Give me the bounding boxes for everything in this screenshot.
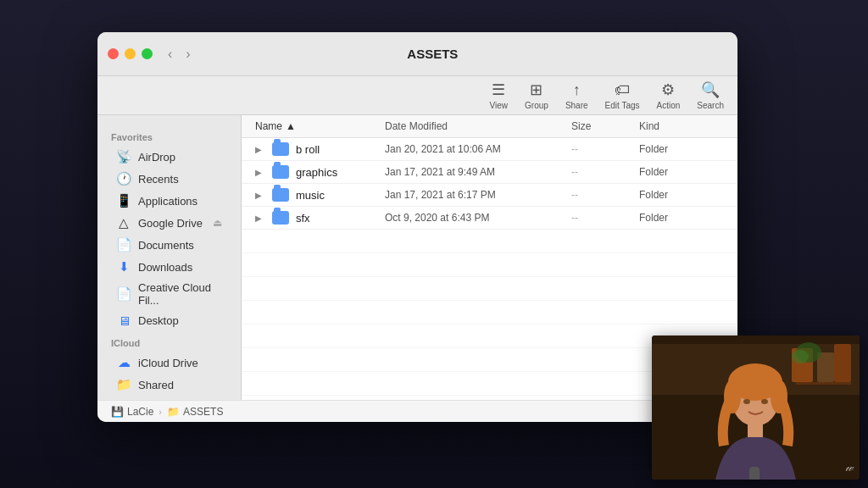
size-column-header[interactable]: Size — [571, 120, 639, 132]
sidebar-item-creative-cloud[interactable]: 📄 Creative Cloud Fil... — [103, 278, 236, 310]
share-toolbar-item[interactable]: ↑ Share — [565, 81, 588, 110]
group-icon: ⊞ — [530, 80, 542, 99]
search-icon: 🔍 — [701, 80, 720, 99]
file-size: -- — [571, 143, 639, 155]
recents-icon: 🕐 — [116, 171, 131, 186]
sidebar-item-google-drive[interactable]: △ Google Drive ⏏ — [103, 212, 236, 234]
file-kind: Folder — [639, 189, 724, 201]
svg-rect-15 — [749, 467, 760, 480]
sidebar-item-shared[interactable]: 📁 Shared — [103, 374, 236, 396]
svg-rect-4 — [834, 344, 851, 382]
file-name: sfx — [296, 212, 310, 225]
table-row[interactable]: ▶ graphics Jan 17, 2021 at 9:49 AM -- Fo… — [242, 161, 737, 184]
webcam-background: 𝓌 — [652, 336, 860, 480]
file-kind: Folder — [639, 166, 724, 178]
sidebar-item-desktop[interactable]: 🖥 Desktop — [103, 310, 236, 331]
file-name-cell: ▶ graphics — [255, 165, 385, 179]
sidebar-item-shared-label: Shared — [138, 379, 174, 391]
table-row[interactable]: ▶ sfx Oct 9, 2020 at 6:43 PM -- Folder — [242, 207, 737, 230]
action-label: Action — [657, 101, 681, 110]
table-row[interactable]: ▶ b roll Jan 20, 2021 at 10:06 AM -- Fol… — [242, 138, 737, 161]
sidebar-item-downloads-label: Downloads — [138, 261, 192, 274]
main-content: Favorites 📡 AirDrop 🕐 Recents 📱 Applicat… — [97, 115, 737, 400]
file-name: music — [296, 189, 325, 202]
sidebar-item-creative-cloud-label: Creative Cloud Fil... — [138, 281, 222, 307]
svg-point-12 — [743, 399, 750, 404]
name-column-header[interactable]: Name ▲ — [255, 120, 385, 132]
file-kind: Folder — [639, 212, 724, 224]
breadcrumb-current[interactable]: 📁 ASSETS — [167, 406, 223, 418]
sidebar-item-recents[interactable]: 🕐 Recents — [103, 168, 236, 190]
applications-icon: 📱 — [116, 193, 131, 208]
svg-point-13 — [761, 399, 768, 404]
expand-arrow: ▶ — [255, 214, 262, 223]
empty-row — [242, 230, 737, 253]
creative-cloud-icon: 📄 — [116, 286, 131, 302]
desktop-icon: 🖥 — [116, 313, 131, 328]
expand-arrow: ▶ — [255, 168, 262, 177]
column-headers: Name ▲ Date Modified Size Kind — [242, 115, 737, 138]
webcam-video — [652, 336, 860, 480]
search-label: Search — [697, 101, 724, 110]
sidebar-item-airdrop[interactable]: 📡 AirDrop — [103, 146, 236, 168]
sidebar-item-downloads[interactable]: ⬇ Downloads — [103, 256, 236, 278]
icloud-icon: ☁ — [116, 355, 131, 370]
sidebar-item-icloud-drive[interactable]: ☁ iCloud Drive — [103, 352, 236, 374]
sidebar: Favorites 📡 AirDrop 🕐 Recents 📱 Applicat… — [97, 115, 242, 400]
sidebar-item-airdrop-label: AirDrop — [138, 151, 175, 164]
breadcrumb-parent[interactable]: 💾 LaCie — [111, 406, 153, 418]
file-name-cell: ▶ sfx — [255, 211, 385, 225]
icloud-section-title: iCloud — [97, 331, 241, 352]
file-date: Jan 17, 2021 at 6:17 PM — [385, 189, 571, 201]
date-column-header[interactable]: Date Modified — [385, 120, 571, 132]
file-kind: Folder — [639, 143, 724, 155]
expand-arrow: ▶ — [255, 145, 262, 154]
sidebar-item-desktop-label: Desktop — [138, 314, 179, 327]
sidebar-item-recents-label: Recents — [138, 173, 179, 186]
action-toolbar-item[interactable]: ⚙ Action — [657, 80, 681, 110]
sidebar-item-documents[interactable]: 📄 Documents — [103, 234, 236, 256]
file-date: Jan 17, 2021 at 9:49 AM — [385, 166, 571, 178]
view-toolbar-item[interactable]: ☰ View — [490, 80, 509, 110]
sidebar-item-applications-label: Applications — [138, 195, 198, 208]
file-name: graphics — [296, 166, 337, 179]
edit-tags-toolbar-item[interactable]: 🏷 Edit Tags — [605, 81, 640, 110]
airdrop-icon: 📡 — [116, 149, 131, 164]
folder-icon — [272, 211, 289, 225]
google-drive-icon: △ — [116, 215, 131, 230]
folder-icon — [272, 188, 289, 202]
minimize-button[interactable] — [125, 48, 136, 59]
file-name: b roll — [296, 143, 320, 156]
file-size: -- — [571, 166, 639, 178]
kind-column-header[interactable]: Kind — [639, 120, 724, 132]
file-name-cell: ▶ music — [255, 188, 385, 202]
expand-arrow: ▶ — [255, 191, 262, 200]
table-row[interactable]: ▶ music Jan 17, 2021 at 6:17 PM -- Folde… — [242, 184, 737, 207]
tag-icon: 🏷 — [615, 81, 630, 99]
empty-row — [242, 277, 737, 301]
sidebar-item-icloud-label: iCloud Drive — [138, 357, 198, 369]
finder-window: ‹ › ASSETS ☰ View ⊞ Group ↑ Share 🏷 Edit… — [97, 32, 737, 422]
close-button[interactable] — [108, 48, 119, 59]
folder-icon — [272, 165, 289, 179]
sidebar-item-applications[interactable]: 📱 Applications — [103, 190, 236, 212]
favorites-section-title: Favorites — [97, 125, 241, 146]
share-icon: ↑ — [573, 81, 581, 99]
search-toolbar-item[interactable]: 🔍 Search — [697, 80, 724, 110]
file-size: -- — [571, 189, 639, 201]
sidebar-item-documents-label: Documents — [138, 239, 194, 252]
shared-icon: 📁 — [116, 377, 131, 392]
folder-icon — [272, 142, 289, 156]
svg-rect-5 — [796, 382, 851, 385]
group-toolbar-item[interactable]: ⊞ Group — [525, 80, 548, 110]
breadcrumb-bar: 💾 LaCie › 📁 ASSETS — [97, 400, 737, 422]
file-date: Oct 9, 2020 at 6:43 PM — [385, 212, 571, 224]
folder-breadcrumb-icon: 📁 — [167, 406, 180, 418]
edit-tags-label: Edit Tags — [605, 101, 640, 110]
watermark: 𝓌 — [845, 460, 853, 474]
webcam-overlay: 𝓌 — [652, 336, 860, 480]
view-label: View — [490, 101, 509, 110]
downloads-icon: ⬇ — [116, 259, 131, 274]
action-icon: ⚙ — [661, 80, 675, 99]
file-size: -- — [571, 212, 639, 224]
